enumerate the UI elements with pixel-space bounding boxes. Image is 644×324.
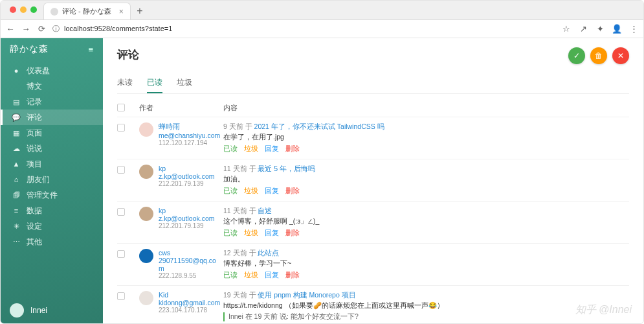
sidebar-icon: ▦ xyxy=(12,129,20,137)
new-tab-button[interactable]: + xyxy=(133,3,146,19)
author-email[interactable]: z.kp@outlook.com xyxy=(159,214,221,222)
sidebar-item-7[interactable]: ⌂朋友们 xyxy=(1,172,103,187)
mac-max[interactable] xyxy=(30,6,37,13)
sidebar-item-label: 说说 xyxy=(27,143,42,154)
author-email[interactable]: z.kp@outlook.com xyxy=(159,172,221,180)
brand-title: 静かな森 xyxy=(10,43,49,55)
trash-fab[interactable]: 🗑 xyxy=(590,47,607,64)
row-checkbox[interactable] xyxy=(117,208,125,216)
account-icon[interactable]: 👤 xyxy=(612,25,621,34)
star-icon[interactable]: ☆ xyxy=(562,25,571,34)
sidebar-item-8[interactable]: 🗐管理文件 xyxy=(1,187,103,203)
comment-target-link[interactable]: 使用 pnpm 构建 Monorepo 项目 xyxy=(258,291,355,299)
action-reply[interactable]: 回复 xyxy=(265,145,279,152)
action-spam[interactable]: 垃圾 xyxy=(244,187,258,194)
comment-body: 加油。 xyxy=(223,175,629,184)
action-read[interactable]: 已读 xyxy=(223,271,238,279)
share-icon[interactable]: ↗ xyxy=(579,25,588,34)
author-name[interactable]: cws xyxy=(159,249,221,257)
tab-1[interactable]: 已读 xyxy=(147,77,162,93)
action-delete[interactable]: 删除 xyxy=(285,187,300,194)
sidebar-item-5[interactable]: ☁说说 xyxy=(1,141,103,156)
sidebar-item-4[interactable]: ▦页面 xyxy=(1,125,103,141)
action-spam[interactable]: 垃圾 xyxy=(244,271,258,279)
comment-body: 在学了，在用了.jpg xyxy=(223,133,629,142)
row-checkbox[interactable] xyxy=(117,292,125,300)
action-delete[interactable]: 删除 xyxy=(285,229,300,237)
action-read[interactable]: 已读 xyxy=(223,187,238,194)
action-reply[interactable]: 回复 xyxy=(265,187,279,194)
action-spam[interactable]: 垃圾 xyxy=(244,229,258,237)
comment-target-link[interactable]: 自述 xyxy=(258,207,272,214)
menu-toggle-icon[interactable]: ≡ xyxy=(88,45,94,54)
author-name[interactable]: kp xyxy=(159,165,221,172)
action-delete[interactable]: 删除 xyxy=(285,271,300,279)
select-all-checkbox[interactable] xyxy=(117,104,125,111)
browser-tab[interactable]: 评论 - 静かな森 × xyxy=(43,3,131,19)
action-reply[interactable]: 回复 xyxy=(265,271,279,279)
action-spam[interactable]: 垃圾 xyxy=(244,145,258,152)
tab-close-icon[interactable]: × xyxy=(119,7,124,16)
mac-min[interactable] xyxy=(20,6,27,13)
action-delete[interactable]: 删除 xyxy=(285,145,300,152)
sidebar-item-11[interactable]: ⋯其他 xyxy=(1,234,103,249)
approve-fab[interactable]: ✓ xyxy=(568,47,585,64)
comment-row: kpz.kp@outlook.com212.201.79.13911 天前 于 … xyxy=(117,159,629,201)
row-checkbox[interactable] xyxy=(117,124,125,132)
comment-meta: 9 天前 于 2021 年了，你不还来试试 TailwindCSS 吗 xyxy=(223,122,629,132)
sidebar-item-label: 管理文件 xyxy=(27,190,58,201)
sidebar-item-label: 博文 xyxy=(27,81,42,92)
page-title: 评论 xyxy=(117,47,139,62)
sidebar-item-1[interactable]: 博文 xyxy=(1,78,103,94)
row-checkbox[interactable] xyxy=(117,250,125,258)
tab-title: 评论 - 静かな森 xyxy=(62,6,111,16)
reload-icon[interactable]: ⟳ xyxy=(37,25,46,34)
sidebar-item-6[interactable]: ▲项目 xyxy=(1,156,103,172)
sidebar-item-9[interactable]: ≡数据 xyxy=(1,203,103,218)
site-info-icon[interactable]: ⓘ xyxy=(52,25,60,32)
author-name[interactable]: Kid xyxy=(159,291,221,299)
sidebar-icon: ● xyxy=(12,67,20,75)
avatar[interactable] xyxy=(10,303,24,318)
sidebar-item-2[interactable]: ▤记录 xyxy=(1,94,103,110)
tab-2[interactable]: 垃圾 xyxy=(177,77,192,93)
row-checkbox[interactable] xyxy=(117,166,125,174)
comment-body: https://t.me/kidonng （如果要🥜的话麻烦您在上面或这里再喊一… xyxy=(223,301,629,310)
author-avatar xyxy=(139,122,153,137)
author-name[interactable]: 蝉時雨 xyxy=(159,122,221,132)
mac-close[interactable] xyxy=(10,6,16,13)
author-email[interactable]: kidonng@gmail.com xyxy=(159,299,221,307)
comment-target-link[interactable]: 最近 5 年，后悔吗 xyxy=(258,165,315,172)
sidebar-item-10[interactable]: ✳设定 xyxy=(1,218,103,234)
address-bar[interactable]: ⓘ localhost:9528/comments?state=1 xyxy=(52,24,555,34)
sidebar-item-label: 评论 xyxy=(27,112,42,123)
delete-fab[interactable]: ✕ xyxy=(612,47,629,64)
action-reply[interactable]: 回复 xyxy=(265,229,279,237)
back-icon[interactable]: ← xyxy=(6,25,15,34)
comment-row: Kidkidonng@gmail.com223.104.170.17819 天前… xyxy=(117,285,629,323)
comment-row: kpz.kp@outlook.com212.201.79.13911 天前 于 … xyxy=(117,201,629,243)
sidebar-item-label: 其他 xyxy=(27,237,42,248)
comment-target-link[interactable]: 此站点 xyxy=(258,249,279,257)
kebab-icon[interactable]: ⋮ xyxy=(629,25,638,34)
author-ip: 112.120.127.194 xyxy=(159,139,221,146)
sidebar-item-label: 记录 xyxy=(27,97,42,108)
author-email[interactable]: me@chanshiyu.com xyxy=(159,132,221,139)
sidebar-item-3[interactable]: 💬评论 xyxy=(1,110,103,125)
action-read[interactable]: 已读 xyxy=(223,145,238,152)
action-read[interactable]: 已读 xyxy=(223,229,238,237)
puzzle-icon[interactable]: ✦ xyxy=(595,25,605,34)
comment-body: 这个博客，好舒服啊 _(:з」∠)_ xyxy=(223,217,629,226)
forward-icon[interactable]: → xyxy=(21,25,30,34)
sidebar-item-0[interactable]: ●仪表盘 xyxy=(1,63,103,78)
comment-meta: 11 天前 于 最近 5 年，后悔吗 xyxy=(223,165,629,174)
col-author: 作者 xyxy=(139,103,223,113)
tab-0[interactable]: 未读 xyxy=(117,77,133,93)
author-avatar xyxy=(139,291,153,305)
author-name[interactable]: kp xyxy=(159,207,221,214)
comment-target-link[interactable]: 2021 年了，你不还来试试 TailwindCSS 吗 xyxy=(254,122,384,130)
col-content: 内容 xyxy=(223,103,629,113)
sidebar-icon: 💬 xyxy=(12,113,20,122)
favicon xyxy=(50,8,58,16)
author-email[interactable]: 290711590@qq.com xyxy=(159,257,221,272)
